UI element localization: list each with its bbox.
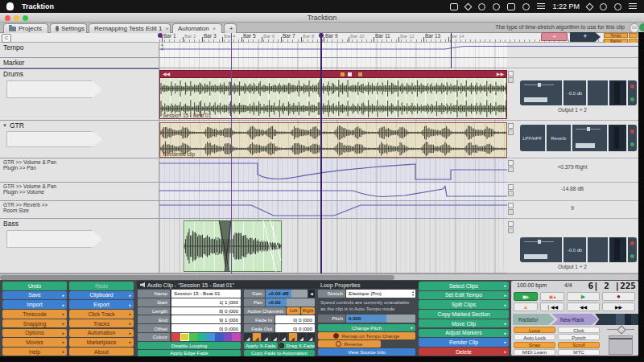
insert-pink-button[interactable]: + <box>541 32 568 41</box>
volume-fader[interactable] <box>524 254 547 259</box>
fader-thumb[interactable] <box>609 338 632 339</box>
bass-track-header[interactable]: Bass <box>0 219 159 274</box>
menu-movies-button[interactable]: Movies▸ <box>2 338 67 347</box>
colour-swatch[interactable] <box>232 333 241 341</box>
toggle-snap[interactable]: Snap <box>514 342 555 348</box>
menu-import-button[interactable]: Import▸ <box>2 300 67 309</box>
user-icon[interactable] <box>600 3 607 10</box>
tab-automaton[interactable]: Automaton× <box>172 23 222 33</box>
render-clip-button[interactable]: Render Clip▸ <box>419 338 509 347</box>
close-icon[interactable]: × <box>165 25 169 32</box>
volume-automation-curve[interactable] <box>159 183 507 201</box>
return-to-start-button[interactable]: ❘◀◀ <box>540 302 564 311</box>
select-clips-button[interactable]: Select Clips▸ <box>419 282 509 290</box>
master-pan-slider[interactable] <box>607 327 634 333</box>
track-solo-mini-button[interactable] <box>508 228 514 233</box>
bass-plugin-slot[interactable] <box>588 237 609 262</box>
ruler-corner-button[interactable]: C <box>2 34 11 43</box>
colour-swatch[interactable] <box>189 333 198 341</box>
loop-start-icon[interactable]: ◀◀ <box>163 71 170 77</box>
menu-snapping-button[interactable]: Snapping▸ <box>2 319 67 328</box>
fade-shape-button[interactable]: ◢ <box>262 333 270 341</box>
menu-tracks-button[interactable]: Tracks▸ <box>69 319 134 328</box>
channel-right-button[interactable]: Right <box>301 307 315 315</box>
gain-slider[interactable]: +0.00 dB <box>266 290 308 298</box>
record-button[interactable]: ● <box>602 292 635 301</box>
tab-remapping-tests-edit-1[interactable]: Remapping Tests Edit 1× <box>89 23 171 33</box>
rewind-button[interactable]: ◀◀ <box>567 302 600 311</box>
colour-swatch[interactable] <box>180 333 189 341</box>
fade-shape-button[interactable]: ◢ <box>279 333 287 341</box>
secondary-marker-line[interactable] <box>451 33 452 68</box>
track-mute-mini-button[interactable] <box>508 71 514 76</box>
menu-about-button[interactable]: About <box>69 348 134 356</box>
toggle-mtc[interactable]: MTC <box>558 349 600 356</box>
rack-tab-new-rack[interactable]: New Rack <box>551 314 598 325</box>
fade-shape-button[interactable]: ◢ <box>244 333 252 341</box>
toggle-loop[interactable]: Loop <box>514 327 555 333</box>
track-solo-mini-button[interactable] <box>508 191 514 196</box>
bass-track-io-shape[interactable] <box>6 230 103 248</box>
clip-start-field[interactable]: 1| 1 |000 <box>171 298 241 306</box>
clip-end-field[interactable]: 9| 1 |000 <box>171 315 241 323</box>
menu-timecode-button[interactable]: Timecode▸ <box>2 310 67 319</box>
wifi-icon[interactable] <box>586 3 594 11</box>
gtr-volume-pan-plugin[interactable] <box>572 125 609 151</box>
tab-settings[interactable]: Settings <box>50 23 87 33</box>
delete-button[interactable]: Delete▸ <box>419 348 509 356</box>
toggle-punch[interactable]: Punch <box>558 334 600 340</box>
record-safe-button[interactable]: ▣● <box>540 292 564 301</box>
fast-forward-button[interactable]: ▶▶ <box>602 302 635 311</box>
tempo-lane-aux-cell[interactable] <box>629 33 638 38</box>
volume-icon[interactable] <box>537 3 545 10</box>
edit-start-marker[interactable] <box>158 33 163 38</box>
menu-clipboard-button[interactable]: Clipboard▸ <box>69 291 134 300</box>
info-icon[interactable] <box>478 3 485 10</box>
drums-plugin-slot[interactable] <box>588 80 609 105</box>
gtr-reverb-plugin[interactable]: Reverb <box>547 125 573 151</box>
move-clip-button[interactable]: Move Clip▸ <box>419 319 509 328</box>
volume-fader[interactable] <box>576 143 595 148</box>
pan-slider[interactable] <box>576 129 600 130</box>
track-solo-mini-button[interactable] <box>508 77 514 83</box>
tab--[interactable]: + <box>224 23 237 33</box>
fade-shape-button[interactable]: ◢ <box>289 333 297 341</box>
bpm-readout[interactable]: 100.00 bpm <box>517 282 547 288</box>
set-edit-tempo-button[interactable]: Set Edit Tempo▸ <box>419 291 509 300</box>
bass-plugin-chain[interactable]: -0.0 db <box>520 237 637 262</box>
insert-dark-button[interactable]: + <box>570 32 601 42</box>
apple-menu-icon[interactable] <box>6 2 14 10</box>
collapse-arrow-icon[interactable]: ▼ <box>2 123 7 128</box>
reverse-button[interactable]: Reverse <box>318 340 381 348</box>
menu-save-button[interactable]: Save▸ <box>2 291 67 300</box>
view-source-info-button[interactable]: View Source Info <box>318 348 415 356</box>
split-clips-button[interactable]: Split Clips▸ <box>419 300 509 309</box>
menu-redo-button[interactable]: Redo <box>69 282 134 290</box>
gtr-lpf-hpf-plugin[interactable]: LPF/HPF <box>520 125 547 151</box>
clip-length-field[interactable]: 8| 0 |000 <box>171 307 241 315</box>
gtr-track-header[interactable]: GTR ▼ <box>0 121 159 158</box>
tempo-track-header[interactable]: Tempo <box>0 43 159 58</box>
horizontal-scrollbar[interactable] <box>0 274 638 280</box>
menu-undo-button[interactable]: Undo <box>2 282 67 290</box>
pan-slider[interactable] <box>524 84 554 85</box>
display-icon[interactable] <box>450 3 458 10</box>
menubar-app-name[interactable]: Tracktion <box>22 2 54 10</box>
marker-lane[interactable] <box>159 58 507 68</box>
track-mute-mini-button[interactable] <box>508 221 514 227</box>
colour-swatch[interactable] <box>215 333 224 341</box>
bass-volume-pan-plugin[interactable] <box>520 237 564 262</box>
diamond-icon[interactable] <box>464 3 473 11</box>
menubar-clock[interactable]: 1:22 PM <box>552 2 580 10</box>
gtr-track-io-shape[interactable] <box>6 131 103 147</box>
marker-track-header[interactable]: Marker <box>0 58 159 68</box>
fade-shape-button[interactable]: ◢ <box>298 333 306 341</box>
clip-marker-white-icon[interactable] <box>348 72 352 76</box>
gain-speaker-icon[interactable]: ◀ <box>308 290 315 298</box>
circle-icon[interactable] <box>493 3 500 10</box>
pitch-slider[interactable]: 0.000 <box>346 315 415 323</box>
tab-projects[interactable]: Projects <box>3 23 48 33</box>
menu-export-button[interactable]: Export▸ <box>69 300 134 309</box>
stretch-dropdown[interactable]: Elastique (Pro)▴▾ <box>346 290 415 298</box>
close-icon[interactable]: × <box>213 25 217 32</box>
